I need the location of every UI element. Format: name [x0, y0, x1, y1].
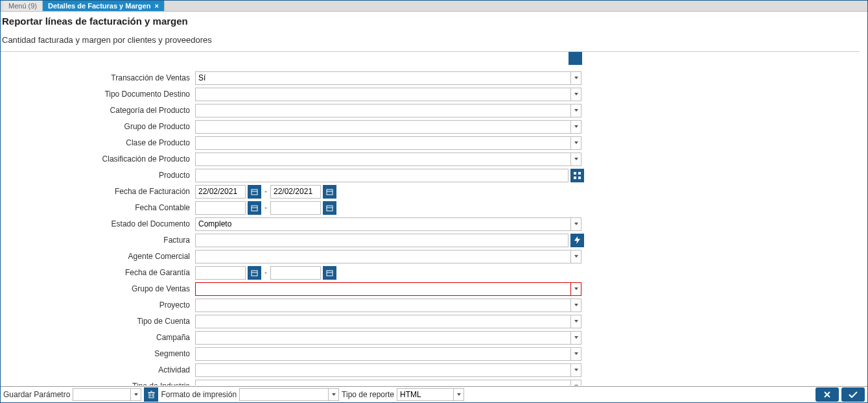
- label-fecha-facturacion: Fecha de Facturación: [1, 187, 195, 196]
- row-actividad: Actividad: [1, 362, 860, 378]
- label-transaccion-ventas: Transacción de Ventas: [1, 73, 195, 82]
- form-wrapper: Transacción de Ventas Tipo Documento Des…: [1, 51, 860, 385]
- actividad-input[interactable]: [195, 363, 571, 377]
- label-segmento: Segmento: [1, 349, 195, 358]
- label-grupo-producto: Grupo de Producto: [1, 122, 195, 131]
- factura-input[interactable]: [195, 234, 569, 247]
- fecha-garantia-to[interactable]: [270, 266, 321, 280]
- transaccion-ventas-input[interactable]: [195, 71, 571, 85]
- row-categoria-producto: Categoría del Producto: [1, 103, 860, 118]
- segmento-input[interactable]: [195, 347, 571, 361]
- row-fecha-garantia: Fecha de Garantía -: [1, 265, 860, 280]
- row-fecha-contable: Fecha Contable -: [1, 200, 860, 215]
- campana-input[interactable]: [195, 331, 571, 345]
- proyecto-input[interactable]: [195, 299, 571, 312]
- calendar-icon[interactable]: [248, 266, 261, 280]
- range-separator: -: [263, 203, 268, 212]
- page-subtitle: Cantidad facturada y margen por clientes…: [1, 29, 867, 49]
- fecha-garantia-from[interactable]: [195, 266, 246, 280]
- chevron-down-icon[interactable]: [571, 299, 581, 312]
- fecha-contable-to[interactable]: [270, 201, 321, 215]
- grupo-ventas-input[interactable]: [195, 282, 571, 296]
- clase-producto-input[interactable]: [195, 136, 571, 150]
- grid-icon[interactable]: [569, 51, 582, 65]
- row-tipo-industria: Tipo de Industria: [1, 378, 860, 385]
- calendar-icon[interactable]: [323, 185, 336, 199]
- svg-rect-17: [149, 393, 154, 398]
- fecha-facturacion-to[interactable]: [270, 185, 321, 199]
- grid-icon[interactable]: [570, 169, 584, 182]
- row-grupo-ventas: Grupo de Ventas: [1, 281, 860, 297]
- label-clasificacion-producto: Clasificación de Producto: [1, 154, 195, 164]
- chevron-down-icon[interactable]: [329, 388, 339, 401]
- tab-active-label: Detalles de Facturas y Margen: [48, 2, 150, 10]
- svg-rect-2: [574, 177, 576, 179]
- trash-icon[interactable]: [144, 387, 158, 402]
- bolt-icon[interactable]: [570, 234, 584, 247]
- row-clasificacion-producto: Clasificación de Producto: [1, 151, 860, 167]
- formato-impresion-input[interactable]: [239, 388, 329, 401]
- chevron-down-icon[interactable]: [571, 282, 581, 296]
- tipo-industria-input[interactable]: [195, 380, 571, 386]
- chevron-down-icon[interactable]: [571, 88, 581, 101]
- svg-marker-12: [574, 236, 580, 244]
- calendar-icon[interactable]: [323, 201, 336, 215]
- chevron-down-icon[interactable]: [571, 315, 581, 328]
- label-formato-impresion: Formato de impresión: [161, 390, 237, 399]
- fecha-contable-from[interactable]: [195, 201, 246, 215]
- guardar-parametro-input[interactable]: [73, 388, 131, 401]
- cancel-button[interactable]: [815, 387, 839, 402]
- label-campana: Campaña: [1, 333, 195, 342]
- row-tipo-cuenta: Tipo de Cuenta: [1, 313, 860, 329]
- row-estado-documento: Estado del Documento: [1, 216, 860, 232]
- fecha-facturacion-from[interactable]: [195, 185, 246, 199]
- chevron-down-icon[interactable]: [571, 363, 581, 377]
- label-proyecto: Proyecto: [1, 300, 195, 310]
- close-icon[interactable]: ×: [154, 2, 158, 10]
- producto-input[interactable]: [195, 169, 569, 182]
- tipo-doc-destino-input[interactable]: [195, 88, 571, 101]
- tab-menu-label: Menú (9): [8, 2, 37, 10]
- chevron-down-icon[interactable]: [571, 331, 581, 345]
- label-grupo-ventas: Grupo de Ventas: [1, 284, 195, 293]
- label-fecha-contable: Fecha Contable: [1, 203, 195, 212]
- tipo-reporte-input[interactable]: [397, 388, 454, 401]
- chevron-down-icon[interactable]: [571, 120, 581, 134]
- calendar-icon[interactable]: [323, 266, 336, 280]
- grupo-producto-input[interactable]: [195, 120, 571, 134]
- svg-rect-4: [252, 189, 257, 195]
- row-transaccion-ventas: Transacción de Ventas: [1, 70, 860, 86]
- row-factura: Factura: [1, 232, 860, 248]
- chevron-down-icon[interactable]: [571, 153, 581, 166]
- svg-rect-10: [327, 206, 333, 211]
- confirm-button[interactable]: [841, 387, 865, 402]
- chevron-down-icon[interactable]: [571, 136, 581, 150]
- prev-row-cut: [1, 54, 860, 69]
- chevron-down-icon[interactable]: [571, 250, 581, 263]
- tab-detalles-facturas[interactable]: Detalles de Facturas y Margen ×: [43, 1, 165, 11]
- row-fecha-facturacion: Fecha de Facturación -: [1, 184, 860, 199]
- chevron-down-icon[interactable]: [131, 388, 141, 401]
- clasificacion-producto-input[interactable]: [195, 153, 571, 166]
- row-campana: Campaña: [1, 330, 860, 345]
- chevron-down-icon[interactable]: [454, 388, 464, 401]
- calendar-icon[interactable]: [248, 201, 261, 215]
- range-separator: -: [263, 187, 268, 196]
- tipo-cuenta-input[interactable]: [195, 315, 571, 328]
- label-tipo-reporte: Tipo de reporte: [342, 390, 394, 399]
- calendar-icon[interactable]: [248, 185, 261, 199]
- footer-bar: Guardar Parámetro Formato de impresión T…: [1, 386, 867, 402]
- categoria-producto-input[interactable]: [195, 104, 571, 117]
- tab-menu[interactable]: Menú (9): [3, 1, 43, 11]
- estado-documento-input[interactable]: [195, 217, 571, 231]
- label-tipo-cuenta: Tipo de Cuenta: [1, 317, 195, 326]
- chevron-down-icon[interactable]: [571, 347, 581, 361]
- label-tipo-doc-destino: Tipo Documento Destino: [1, 90, 195, 99]
- range-separator: -: [263, 268, 268, 277]
- chevron-down-icon[interactable]: [571, 380, 581, 386]
- agente-comercial-input[interactable]: [195, 250, 571, 263]
- chevron-down-icon[interactable]: [571, 104, 581, 117]
- chevron-down-icon[interactable]: [571, 217, 581, 231]
- chevron-down-icon[interactable]: [571, 71, 581, 85]
- label-fecha-garantia: Fecha de Garantía: [1, 268, 195, 277]
